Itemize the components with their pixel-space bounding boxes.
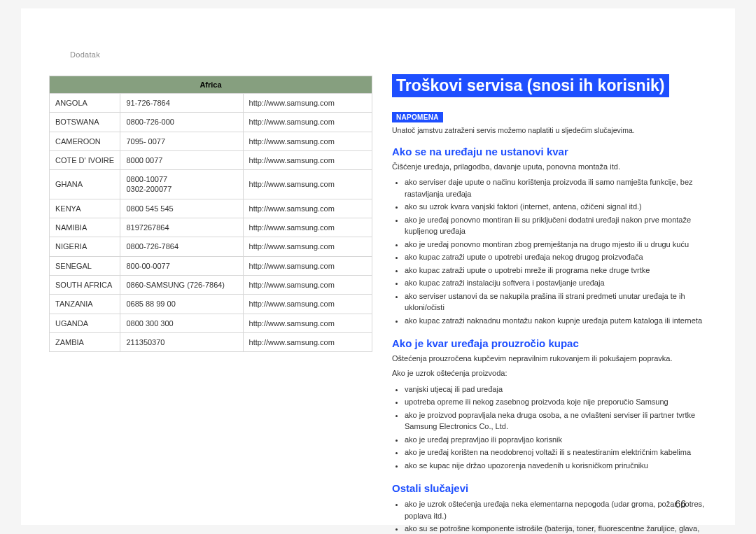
country-cell: ANGOLA bbox=[50, 94, 120, 113]
list-item: ako se kupac nije držao upozorenja naved… bbox=[405, 460, 707, 472]
url-cell: http://www.samsung.com bbox=[243, 295, 372, 314]
heading-2-text1: Oštećenja prouzročena kupčevim nepraviln… bbox=[392, 353, 707, 364]
table-row: SENEGAL800-00-0077http://www.samsung.com bbox=[50, 256, 372, 275]
url-cell: http://www.samsung.com bbox=[243, 94, 372, 113]
list-item: ako je uzrok oštećenja uređaja neka elem… bbox=[405, 498, 707, 521]
list-item: ako kupac zatraži naknadnu montažu nakon… bbox=[405, 315, 707, 327]
url-cell: http://www.samsung.com bbox=[243, 132, 372, 150]
country-cell: NAMIBIA bbox=[50, 218, 120, 237]
heading-2: Ako je kvar uređaja prouzročio kupac bbox=[392, 337, 707, 349]
note-badge: NAPOMENA bbox=[392, 112, 443, 122]
contact-table: Africa ANGOLA91-726-7864http://www.samsu… bbox=[49, 76, 372, 352]
table-row: ANGOLA91-726-7864http://www.samsung.com bbox=[50, 94, 372, 113]
list-item: vanjski utjecaj ili pad uređaja bbox=[405, 384, 707, 395]
table-row: KENYA0800 545 545http://www.samsung.com bbox=[50, 199, 372, 218]
country-cell: COTE D' IVOIRE bbox=[50, 150, 120, 169]
list-item: ako kupac zatraži upute o upotrebi uređa… bbox=[405, 251, 707, 263]
heading-1-text: Čišćenje uređaja, prilagodba, davanje up… bbox=[392, 162, 707, 172]
url-cell: http://www.samsung.com bbox=[243, 199, 372, 218]
phone-cell: 0800 545 545 bbox=[120, 199, 243, 218]
country-cell: CAMEROON bbox=[50, 132, 120, 150]
left-column: Africa ANGOLA91-726-7864http://www.samsu… bbox=[49, 76, 372, 534]
table-row: CAMEROON7095- 0077http://www.samsung.com bbox=[50, 132, 372, 150]
country-cell: UGANDA bbox=[50, 314, 120, 332]
list-item: ako su se potrošne komponente istrošile … bbox=[405, 523, 707, 534]
phone-cell: 91-726-7864 bbox=[120, 94, 243, 113]
table-row: ZAMBIA211350370http://www.samsung.com bbox=[50, 332, 372, 351]
phone-cell: 0800-726-7864 bbox=[120, 237, 243, 256]
list-item: ako je proizvod popravljala neka druga o… bbox=[405, 409, 707, 433]
list-item: ako je uređaj ponovno montiran zbog prem… bbox=[405, 239, 707, 251]
phone-cell: 7095- 0077 bbox=[120, 132, 243, 150]
region-header: Africa bbox=[50, 76, 372, 94]
url-cell: http://www.samsung.com bbox=[243, 218, 372, 237]
country-cell: SENEGAL bbox=[50, 256, 120, 275]
url-cell: http://www.samsung.com bbox=[243, 113, 372, 132]
page: Dodatak Africa ANGOLA91-726-7864http://w… bbox=[21, 8, 735, 525]
url-cell: http://www.samsung.com bbox=[243, 237, 372, 256]
heading-2-bullets: vanjski utjecaj ili pad uređajaupotreba … bbox=[392, 384, 707, 472]
heading-3-bullets: ako je uzrok oštećenja uređaja neka elem… bbox=[392, 498, 707, 534]
table-row: GHANA0800-100770302-200077http://www.sam… bbox=[50, 170, 372, 199]
url-cell: http://www.samsung.com bbox=[243, 256, 372, 275]
columns: Africa ANGOLA91-726-7864http://www.samsu… bbox=[49, 76, 707, 534]
phone-cell: 0800 300 300 bbox=[120, 314, 243, 332]
table-row: SOUTH AFRICA0860-SAMSUNG (726-7864)http:… bbox=[50, 275, 372, 294]
phone-cell: 8000 0077 bbox=[120, 150, 243, 169]
table-row: NAMIBIA8197267864http://www.samsung.com bbox=[50, 218, 372, 237]
list-item: ako serviser daje upute o načinu korište… bbox=[405, 176, 707, 199]
list-item: ako je uređaj korišten na neodobrenoj vo… bbox=[405, 447, 707, 458]
phone-cell: 0685 88 99 00 bbox=[120, 295, 243, 314]
url-cell: http://www.samsung.com bbox=[243, 314, 372, 332]
section-label: Dodatak bbox=[70, 50, 100, 59]
table-row: TANZANIA0685 88 99 00http://www.samsung.… bbox=[50, 295, 372, 314]
list-item: ako su uzrok kvara vanjski faktori (inte… bbox=[405, 201, 707, 213]
phone-cell: 0860-SAMSUNG (726-7864) bbox=[120, 275, 243, 294]
url-cell: http://www.samsung.com bbox=[243, 150, 372, 169]
url-cell: http://www.samsung.com bbox=[243, 170, 372, 199]
list-item: ako je uređaj ponovno montiran ili su pr… bbox=[405, 214, 707, 237]
phone-cell: 0800-100770302-200077 bbox=[120, 170, 243, 199]
list-item: upotreba opreme ili nekog zasebnog proiz… bbox=[405, 396, 707, 408]
country-cell: KENYA bbox=[50, 199, 120, 218]
table-row: NIGERIA0800-726-7864http://www.samsung.c… bbox=[50, 237, 372, 256]
heading-2-text2: Ako je uzrok oštećenja proizvoda: bbox=[392, 368, 707, 379]
table-row: UGANDA0800 300 300http://www.samsung.com bbox=[50, 314, 372, 332]
url-cell: http://www.samsung.com bbox=[243, 332, 372, 351]
heading-3: Ostali slučajevi bbox=[392, 482, 707, 494]
country-cell: ZAMBIA bbox=[50, 332, 120, 351]
main-title: Troškovi servisa (snosi ih korisnik) bbox=[392, 74, 669, 97]
phone-cell: 211350370 bbox=[120, 332, 243, 351]
heading-1: Ako se na uređaju ne ustanovi kvar bbox=[392, 146, 707, 157]
country-cell: TANZANIA bbox=[50, 295, 120, 314]
list-item: ako serviser ustanovi da se nakupila pra… bbox=[405, 290, 707, 314]
list-item: ako kupac zatraži instalaciju softvera i… bbox=[405, 277, 707, 289]
page-number: 66 bbox=[675, 498, 686, 510]
note-text: Unatoč jamstvu zatraženi servis možemo n… bbox=[392, 125, 707, 136]
heading-1-bullets: ako serviser daje upute o načinu korište… bbox=[392, 176, 707, 326]
list-item: ako kupac zatraži upute o upotrebi mreže… bbox=[405, 265, 707, 276]
url-cell: http://www.samsung.com bbox=[243, 275, 372, 294]
country-cell: NIGERIA bbox=[50, 237, 120, 256]
phone-cell: 0800-726-000 bbox=[120, 113, 243, 132]
phone-cell: 8197267864 bbox=[120, 218, 243, 237]
country-cell: BOTSWANA bbox=[50, 113, 120, 132]
table-row: COTE D' IVOIRE8000 0077http://www.samsun… bbox=[50, 150, 372, 169]
phone-cell: 800-00-0077 bbox=[120, 256, 243, 275]
list-item: ako je uređaj prepravljao ili popravljao… bbox=[405, 434, 707, 446]
country-cell: SOUTH AFRICA bbox=[50, 275, 120, 294]
right-column: Troškovi servisa (snosi ih korisnik) NAP… bbox=[392, 76, 707, 534]
country-cell: GHANA bbox=[50, 170, 120, 199]
table-row: BOTSWANA0800-726-000http://www.samsung.c… bbox=[50, 113, 372, 132]
